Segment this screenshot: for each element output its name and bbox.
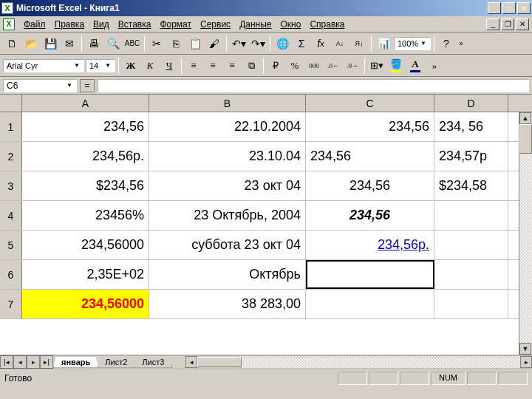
cell-d2[interactable]: 234,57р	[434, 142, 508, 171]
scroll-thumb[interactable]	[519, 124, 532, 154]
select-all-button[interactable]	[0, 95, 22, 112]
decrease-decimal-button[interactable]: .0→	[344, 57, 361, 75]
menu-insert[interactable]: Вставка	[114, 18, 156, 31]
row-header[interactable]: 3	[0, 171, 22, 200]
spellcheck-button[interactable]: ABC	[123, 35, 141, 52]
workbook-icon[interactable]: X	[3, 18, 15, 30]
menu-window[interactable]: Окно	[276, 18, 305, 31]
chart-button[interactable]: 📊	[375, 35, 392, 52]
menu-edit[interactable]: Правка	[50, 18, 89, 31]
font-color-button[interactable]: A	[406, 57, 424, 75]
merge-center-button[interactable]: ⧉	[242, 57, 260, 75]
cell-b3[interactable]: 23 окт 04	[149, 171, 306, 200]
tab-next-button[interactable]: ▸	[27, 355, 40, 369]
cell-b5[interactable]: суббота 23 окт 04	[149, 231, 306, 259]
row-header[interactable]: 6	[0, 260, 22, 289]
column-header-b[interactable]: B	[149, 95, 306, 112]
cell-c4[interactable]: 234,56	[306, 201, 434, 230]
save-button[interactable]: 💾	[41, 35, 59, 52]
row-header[interactable]: 1	[0, 112, 22, 141]
cell-b6[interactable]: Октябрь	[149, 260, 306, 289]
toolbar-more-button[interactable]: »	[457, 35, 466, 52]
cell-a1[interactable]: 234,56	[22, 112, 149, 141]
vertical-scrollbar[interactable]: ▲ ▼	[519, 112, 532, 355]
cell-d3[interactable]: $234,58	[434, 171, 508, 200]
help-button[interactable]: ?	[437, 35, 455, 52]
open-button[interactable]: 📂	[22, 35, 40, 52]
scroll-left-button[interactable]: ◂	[185, 356, 197, 368]
formula-input[interactable]	[98, 79, 529, 92]
formatbar-more-button[interactable]: »	[426, 57, 443, 75]
sheet-tab-2[interactable]: Лист2	[97, 357, 135, 368]
cell-c6-active[interactable]	[306, 260, 434, 289]
redo-button[interactable]: ↷▾	[249, 35, 267, 52]
formula-equals-button[interactable]: =	[80, 79, 95, 92]
font-combo[interactable]: Arial Cyr▼	[3, 59, 84, 72]
preview-button[interactable]: 🔍	[104, 35, 122, 52]
autosum-button[interactable]: Σ	[293, 35, 310, 52]
cut-button[interactable]: ✂	[148, 35, 166, 52]
cell-d1[interactable]: 234, 56	[434, 112, 508, 141]
menu-help[interactable]: Справка	[305, 18, 349, 31]
increase-decimal-button[interactable]: .0←	[324, 57, 342, 75]
cell-a6[interactable]: 2,35E+02	[22, 260, 149, 289]
cell-b7[interactable]: 38 283,00	[149, 290, 306, 318]
hscroll-thumb[interactable]	[197, 357, 242, 367]
cell-c7[interactable]	[306, 290, 434, 318]
name-box[interactable]: C6▼	[3, 79, 77, 92]
menu-view[interactable]: Вид	[89, 18, 114, 31]
new-button[interactable]: 🗋	[3, 35, 21, 52]
row-header[interactable]: 2	[0, 142, 22, 171]
cell-d6[interactable]	[434, 260, 508, 289]
maximize-button[interactable]: □	[502, 2, 516, 14]
email-button[interactable]: ✉	[61, 35, 78, 52]
underline-button[interactable]: Ч	[160, 57, 178, 75]
format-painter-button[interactable]: 🖌	[205, 35, 223, 52]
cell-c5[interactable]: 234,56р.	[306, 231, 434, 259]
cell-d7[interactable]	[434, 290, 508, 318]
align-left-button[interactable]: ≡	[185, 57, 202, 75]
menu-file[interactable]: Файл	[19, 18, 50, 31]
tab-last-button[interactable]: ▸|	[40, 355, 53, 369]
scroll-up-button[interactable]: ▲	[519, 112, 531, 124]
cell-d5[interactable]	[434, 231, 508, 259]
currency-button[interactable]: ₽	[267, 57, 284, 75]
bold-button[interactable]: Ж	[122, 57, 140, 75]
minimize-button[interactable]: _	[488, 2, 501, 14]
function-button[interactable]: fx	[312, 35, 330, 52]
cell-c2[interactable]: 234,56	[306, 142, 434, 171]
font-size-combo[interactable]: 14▼	[86, 59, 115, 72]
menu-data[interactable]: Данные	[235, 18, 276, 31]
cell-a2[interactable]: 234,56р.	[22, 142, 149, 171]
tab-prev-button[interactable]: ◂	[13, 355, 27, 369]
column-header-a[interactable]: A	[22, 95, 149, 112]
italic-button[interactable]: К	[141, 57, 159, 75]
cell-c3[interactable]: 234,56	[306, 171, 434, 200]
comma-button[interactable]: 000	[305, 57, 323, 75]
paste-button[interactable]: 📋	[186, 35, 204, 52]
align-center-button[interactable]: ≡	[204, 57, 222, 75]
hyperlink-button[interactable]: 🌐	[273, 35, 291, 52]
sheet-tab-1[interactable]: январь	[53, 357, 98, 368]
cell-c1[interactable]: 234,56	[306, 112, 434, 141]
cell-a3[interactable]: $234,56	[22, 171, 149, 200]
column-header-d[interactable]: D	[434, 95, 508, 112]
hscroll-track[interactable]	[242, 356, 520, 368]
row-header[interactable]: 7	[0, 290, 22, 318]
row-header[interactable]: 4	[0, 201, 22, 230]
cell-d4[interactable]	[434, 201, 508, 230]
sort-asc-button[interactable]: А↓	[331, 35, 349, 52]
cell-a7[interactable]: 234,56000	[22, 290, 149, 318]
fill-color-button[interactable]: 🪣	[387, 57, 405, 75]
scroll-track[interactable]	[519, 154, 532, 343]
zoom-combo[interactable]: 100%▼	[394, 37, 431, 50]
mdi-restore-button[interactable]: ❐	[501, 18, 514, 30]
sheet-tab-3[interactable]: Лист3	[134, 357, 172, 368]
percent-button[interactable]: %	[286, 57, 304, 75]
tab-first-button[interactable]: |◂	[0, 355, 13, 369]
align-right-button[interactable]: ≡	[223, 57, 241, 75]
scroll-right-button[interactable]: ▸	[520, 356, 532, 368]
cell-b2[interactable]: 23.10.04	[149, 142, 306, 171]
borders-button[interactable]: ⊞▾	[368, 57, 386, 75]
cell-a5[interactable]: 234,56000	[22, 231, 149, 259]
